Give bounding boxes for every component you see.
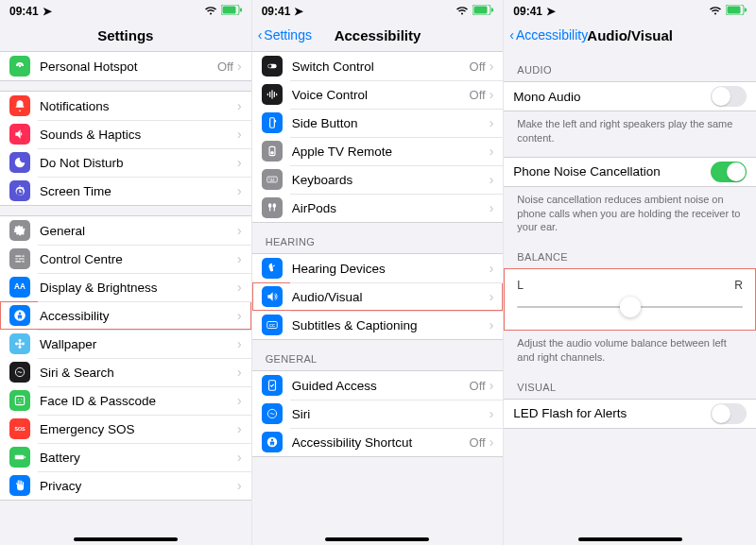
- row-label: Siri: [292, 407, 490, 421]
- noise-cancel-label: Phone Noise Cancellation: [513, 164, 711, 179]
- chevron-right-icon: ›: [237, 478, 242, 493]
- row-mono-audio[interactable]: Mono Audio: [504, 82, 756, 111]
- row-privacy[interactable]: Privacy›: [0, 471, 251, 500]
- section-header-audio: AUDIO: [504, 51, 756, 81]
- row-general[interactable]: General›: [0, 216, 251, 245]
- row-label: Screen Time: [40, 184, 237, 198]
- chevron-right-icon: ›: [490, 434, 494, 450]
- chevron-right-icon: ›: [490, 144, 494, 159]
- back-button[interactable]: ‹Settings: [258, 27, 312, 43]
- faceid-icon: [9, 390, 30, 411]
- location-icon: ➤: [43, 5, 52, 18]
- wifi-icon: [204, 5, 217, 18]
- svg-rect-39: [269, 207, 270, 211]
- side-icon: [262, 112, 283, 133]
- svg-rect-50: [745, 9, 747, 12]
- row-face-id-passcode[interactable]: Face ID & Passcode›: [0, 386, 251, 415]
- row-accessibility[interactable]: Accessibility›: [0, 301, 251, 330]
- chevron-right-icon: ›: [490, 59, 494, 74]
- back-button[interactable]: ‹Accessibility: [509, 27, 588, 43]
- svg-text:SOS: SOS: [14, 426, 26, 432]
- sun-icon: AA: [9, 277, 30, 298]
- row-notifications[interactable]: Notifications›: [0, 92, 251, 120]
- battery-icon: [726, 5, 747, 18]
- page-title: Settings: [97, 27, 153, 43]
- switch-icon: [262, 56, 283, 77]
- noise-cancel-toggle[interactable]: [711, 162, 747, 182]
- person-icon: [9, 305, 30, 326]
- moon-icon: [9, 152, 30, 173]
- row-control-centre[interactable]: Control Centre›: [0, 245, 251, 273]
- page-title: Audio/Visual: [587, 27, 673, 43]
- row-emergency-sos[interactable]: SOSEmergency SOS›: [0, 415, 251, 443]
- svg-rect-49: [727, 7, 740, 14]
- row-guided-access[interactable]: Guided AccessOff›: [252, 371, 504, 400]
- row-label: Personal Hotspot: [40, 60, 217, 74]
- row-accessibility-shortcut[interactable]: Accessibility ShortcutOff›: [252, 428, 504, 456]
- row-subtitles-captioning[interactable]: CCSubtitles & Captioning›: [252, 311, 504, 339]
- row-display-brightness[interactable]: AADisplay & Brightness›: [0, 273, 251, 301]
- row-siri[interactable]: Siri›: [252, 400, 504, 428]
- chevron-right-icon: ›: [490, 200, 494, 215]
- row-do-not-disturb[interactable]: Do Not Disturb›: [0, 148, 251, 177]
- wifi-icon: [455, 5, 469, 18]
- chevron-right-icon: ›: [490, 378, 494, 393]
- row-personal-hotspot[interactable]: Personal HotspotOff›: [0, 52, 251, 80]
- slider-knob[interactable]: [620, 297, 641, 317]
- personal-hotspot-icon: [9, 56, 30, 77]
- row-wallpaper[interactable]: Wallpaper›: [0, 330, 251, 358]
- svg-rect-33: [266, 177, 277, 182]
- section-header-visual: VISUAL: [504, 368, 756, 399]
- svg-point-6: [19, 313, 21, 315]
- row-airpods[interactable]: AirPods›: [252, 194, 504, 222]
- row-sounds-haptics[interactable]: Sounds & Haptics›: [0, 120, 251, 148]
- home-indicator[interactable]: [578, 537, 682, 541]
- row-audio-visual[interactable]: Audio/Visual›: [252, 282, 504, 311]
- section-header: HEARING: [252, 223, 504, 253]
- svg-point-10: [15, 343, 18, 346]
- svg-rect-27: [273, 92, 274, 97]
- timer-icon: [9, 180, 30, 201]
- svg-point-9: [19, 346, 22, 349]
- nav-bar: ‹Accessibility Audio/Visual: [504, 19, 756, 51]
- row-keyboards[interactable]: Keyboards›: [252, 165, 504, 194]
- chevron-right-icon: ›: [490, 87, 494, 102]
- section-header: GENERAL: [252, 340, 504, 370]
- row-battery[interactable]: Battery›: [0, 443, 251, 471]
- chevron-right-icon: ›: [490, 317, 494, 332]
- row-hearing-devices[interactable]: Hearing Devices›: [252, 254, 504, 282]
- row-label: Apple TV Remote: [292, 145, 490, 159]
- led-flash-toggle[interactable]: [711, 403, 747, 424]
- row-apple-tv-remote[interactable]: Apple TV Remote›: [252, 137, 504, 165]
- chevron-right-icon: ›: [237, 183, 242, 198]
- chevron-right-icon: ›: [237, 251, 242, 266]
- home-indicator[interactable]: [325, 537, 429, 541]
- balance-slider[interactable]: [517, 298, 743, 316]
- status-bar: 09:41➤: [0, 0, 251, 19]
- svg-point-3: [19, 65, 21, 67]
- chevron-right-icon: ›: [490, 172, 494, 187]
- mono-audio-toggle[interactable]: [711, 86, 747, 107]
- balance-control[interactable]: L R: [504, 268, 756, 331]
- row-label: Side Button: [292, 116, 490, 130]
- svg-rect-1: [222, 7, 235, 14]
- status-time: 09:41: [262, 5, 291, 18]
- row-voice-control[interactable]: Voice ControlOff›: [252, 80, 504, 109]
- status-bar: 09:41➤: [252, 0, 504, 19]
- gear-icon: [9, 220, 30, 241]
- row-noise-cancellation[interactable]: Phone Noise Cancellation: [504, 158, 756, 186]
- svg-point-7: [18, 342, 22, 346]
- row-siri-search[interactable]: Siri & Search›: [0, 358, 251, 386]
- row-label: Notifications: [40, 99, 237, 113]
- home-indicator[interactable]: [74, 537, 178, 541]
- row-screen-time[interactable]: Screen Time›: [0, 177, 251, 205]
- location-icon: ➤: [294, 5, 303, 18]
- row-label: Battery: [40, 451, 237, 465]
- chevron-right-icon: ›: [237, 393, 242, 408]
- row-side-button[interactable]: Side Button›: [252, 109, 504, 137]
- screen-settings: 09:41➤ Settings Personal HotspotOff›Noti…: [0, 0, 252, 545]
- chevron-left-icon: ‹: [509, 27, 514, 43]
- row-switch-control[interactable]: Switch ControlOff›: [252, 52, 504, 80]
- airpods-icon: [262, 197, 283, 218]
- row-led-flash[interactable]: LED Flash for Alerts: [504, 400, 756, 428]
